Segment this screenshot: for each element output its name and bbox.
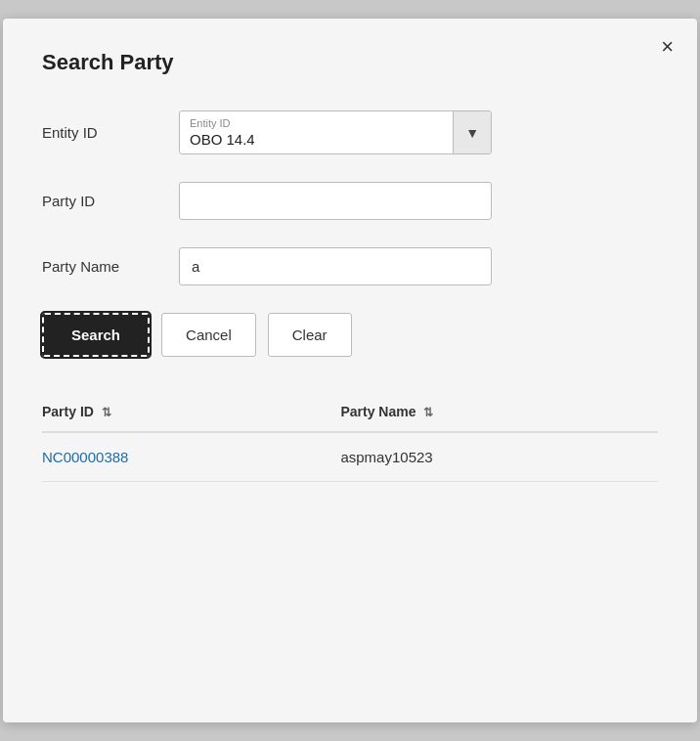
table-header-row: Party ID ⇅ Party Name ⇅ <box>42 392 658 432</box>
party-id-group: Party ID <box>42 182 658 220</box>
party-id-link[interactable]: NC00000388 <box>42 449 128 465</box>
party-id-input[interactable] <box>179 182 492 220</box>
party-id-label: Party ID <box>42 193 179 209</box>
table-row: NC00000388aspmay10523 <box>42 432 658 482</box>
entity-dropdown-button[interactable]: ▼ <box>453 111 491 153</box>
close-button[interactable]: × <box>661 36 674 58</box>
party-name-control <box>179 247 492 285</box>
entity-id-field-label: Entity ID <box>190 117 443 129</box>
results-table: Party ID ⇅ Party Name ⇅ NC00000388aspmay… <box>42 392 658 482</box>
clear-button[interactable]: Clear <box>268 313 352 357</box>
button-row: Search Cancel Clear <box>42 313 658 357</box>
party-name-group: Party Name <box>42 247 658 285</box>
column-party-name-label: Party Name <box>340 404 416 419</box>
column-party-id-label: Party ID <box>42 404 94 419</box>
party-name-input[interactable] <box>179 247 492 285</box>
cancel-button[interactable]: Cancel <box>161 313 256 357</box>
sort-icon-party-name: ⇅ <box>423 406 433 419</box>
entity-id-text: Entity ID OBO 14.4 <box>180 111 453 153</box>
party-name-label: Party Name <box>42 258 179 275</box>
sort-icon-party-id: ⇅ <box>102 406 111 419</box>
entity-id-value: OBO 14.4 <box>190 131 443 148</box>
cell-party-name: aspmay10523 <box>340 432 658 482</box>
entity-id-label: Entity ID <box>42 124 179 141</box>
modal-overlay: × Search Party Entity ID Entity ID OBO 1… <box>0 0 700 741</box>
search-party-modal: × Search Party Entity ID Entity ID OBO 1… <box>3 19 697 722</box>
cell-party-id[interactable]: NC00000388 <box>42 432 340 482</box>
party-id-control <box>179 182 492 220</box>
search-button[interactable]: Search <box>42 313 150 357</box>
modal-title: Search Party <box>42 50 658 75</box>
column-party-name[interactable]: Party Name ⇅ <box>340 392 658 432</box>
column-party-id[interactable]: Party ID ⇅ <box>42 392 340 432</box>
entity-id-select-wrapper[interactable]: Entity ID OBO 14.4 ▼ <box>179 110 492 154</box>
entity-id-group: Entity ID Entity ID OBO 14.4 ▼ <box>42 110 658 154</box>
chevron-down-icon: ▼ <box>465 125 479 141</box>
entity-id-control: Entity ID OBO 14.4 ▼ <box>179 110 492 154</box>
